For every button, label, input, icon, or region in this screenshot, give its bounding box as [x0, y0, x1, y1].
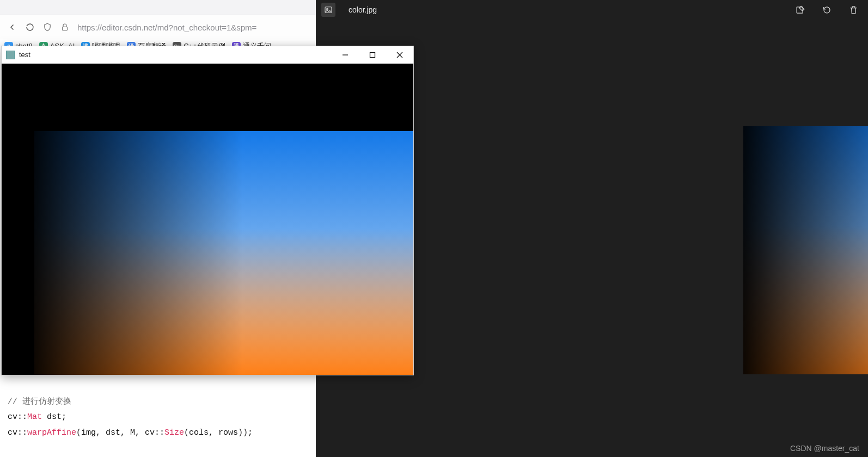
svg-rect-0 — [63, 27, 68, 30]
close-button[interactable] — [386, 46, 413, 63]
lock-icon[interactable] — [60, 22, 70, 32]
shield-icon[interactable] — [42, 22, 52, 32]
image-icon[interactable] — [321, 3, 335, 17]
browser-address-bar: https://editor.csdn.net/md?not_checkout=… — [0, 15, 316, 39]
watermark-text: CSDN @master_cat — [790, 444, 859, 453]
photos-filename: color.jpg — [349, 5, 377, 14]
code-snippet: // 进行仿射变换 cv::Mat dst; cv::warpAffine(im… — [0, 390, 316, 458]
rotate-icon[interactable] — [822, 5, 832, 15]
code-comment: // 进行仿射变换 — [8, 397, 71, 406]
code-token: (img, dst, M, cv:: — [76, 428, 164, 437]
reload-icon[interactable] — [25, 22, 35, 32]
maximize-button[interactable] — [359, 46, 386, 63]
photos-toolbar: ••• — [795, 0, 868, 20]
svg-point-2 — [327, 8, 328, 10]
gradient-image — [34, 131, 413, 375]
code-token: cv:: — [8, 428, 27, 437]
window-title: test — [19, 51, 30, 59]
photos-topbar: color.jpg — [316, 0, 868, 20]
svg-rect-1 — [325, 7, 332, 13]
window-controls — [332, 46, 413, 63]
test-window-titlebar[interactable]: test — [2, 46, 413, 64]
code-token: warpAffine — [27, 428, 76, 437]
window-app-icon — [6, 51, 15, 59]
code-token: cv:: — [8, 412, 27, 422]
back-icon[interactable] — [8, 22, 17, 32]
minimize-button[interactable] — [332, 46, 359, 63]
test-image-viewport — [34, 131, 413, 375]
browser-tabstrip — [0, 0, 316, 15]
code-token: Size — [164, 428, 184, 437]
code-token: (cols, rows)); — [184, 428, 253, 437]
gradient-image — [743, 126, 868, 374]
photos-image-viewport[interactable] — [743, 126, 868, 374]
code-token: Mat — [27, 412, 42, 422]
test-window-content — [2, 64, 413, 375]
delete-icon[interactable] — [848, 5, 859, 15]
url-text[interactable]: https://editor.csdn.net/md?not_checkout=… — [77, 23, 256, 32]
test-window: test — [1, 46, 414, 375]
code-token: dst; — [42, 412, 66, 422]
edit-icon[interactable] — [795, 5, 805, 15]
svg-rect-8 — [370, 52, 375, 57]
